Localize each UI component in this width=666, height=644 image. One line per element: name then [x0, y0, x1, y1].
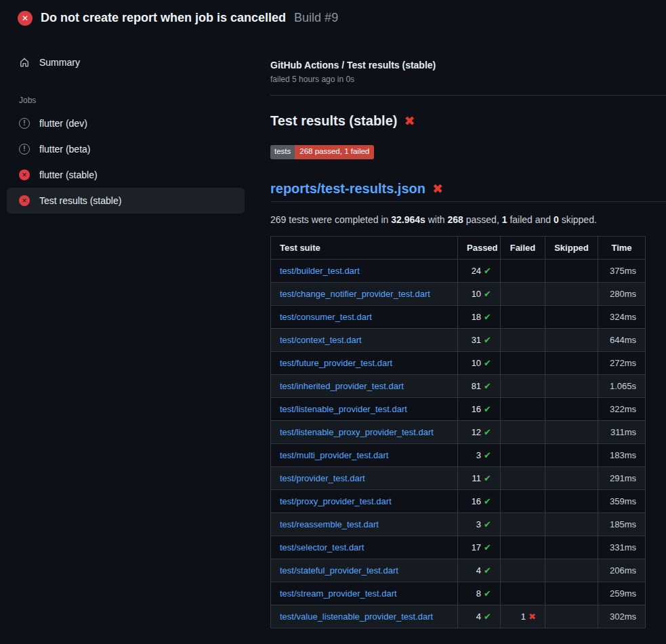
badge-label: tests — [270, 145, 295, 159]
test-suite-link[interactable]: test/consumer_test.dart — [280, 312, 372, 322]
time-cell: 1.065s — [598, 374, 646, 397]
alert-circle-icon: ! — [19, 118, 30, 129]
test-suite-link[interactable]: test/listenable_proxy_provider_test.dart — [280, 427, 434, 437]
passed-count: 4 — [476, 611, 481, 622]
check-icon: ✔ — [484, 266, 491, 276]
table-row: test/builder_test.dart24✔375ms — [271, 259, 646, 282]
skipped-cell — [545, 351, 598, 374]
summary-part: with — [425, 214, 448, 225]
test-suite-link[interactable]: test/listenable_provider_test.dart — [280, 404, 407, 414]
failed-cell — [501, 466, 545, 489]
passed-count: 4 — [476, 565, 481, 576]
passed-cell: 31✔ — [458, 328, 501, 351]
test-suite-link[interactable]: test/context_test.dart — [280, 335, 362, 345]
passed-cell: 17✔ — [458, 536, 501, 559]
suite-cell: test/change_notifier_provider_test.dart — [271, 282, 458, 305]
failed-cell — [501, 443, 545, 466]
column-header: Test suite — [271, 236, 458, 259]
check-icon: ✔ — [484, 611, 491, 622]
sidebar-item-job[interactable]: ✕flutter (stable) — [7, 162, 245, 188]
table-row: test/provider_test.dart11✔291ms — [271, 466, 646, 489]
failed-cell: 1✖ — [501, 605, 545, 628]
table-row: test/future_provider_test.dart10✔272ms — [271, 351, 646, 374]
skipped-cell — [545, 374, 598, 397]
test-suite-link[interactable]: test/selector_test.dart — [280, 542, 364, 552]
section-title-text: Test results (stable) — [270, 113, 397, 129]
check-icon: ✔ — [484, 496, 491, 506]
table-row: test/context_test.dart31✔644ms — [271, 328, 646, 351]
suite-cell: test/stream_provider_test.dart — [271, 582, 458, 605]
divider — [270, 95, 666, 96]
sidebar-item-job[interactable]: ✕Test results (stable) — [7, 188, 245, 214]
time-cell: 311ms — [598, 420, 646, 443]
passed-count: 11 — [472, 473, 482, 483]
skipped-cell — [545, 259, 598, 282]
badge-row: tests 268 passed, 1 failed — [270, 145, 666, 159]
time-cell: 322ms — [598, 397, 646, 420]
passed-count: 8 — [476, 588, 481, 599]
alert-circle-icon: ! — [19, 144, 30, 155]
passed-count: 12 — [472, 427, 481, 437]
time-cell: 375ms — [598, 259, 646, 282]
run-status-line: failed 5 hours ago in 0s — [270, 75, 666, 84]
time-cell: 280ms — [598, 282, 646, 305]
test-suite-link[interactable]: test/provider_test.dart — [280, 473, 365, 483]
failed-cell — [501, 489, 545, 512]
summary-skipped-count: 0 — [554, 214, 559, 225]
report-link[interactable]: reports/test-results.json — [270, 181, 425, 197]
check-icon: ✔ — [484, 427, 491, 437]
skipped-cell — [545, 328, 598, 351]
results-table: Test suitePassedFailedSkippedTime test/b… — [270, 236, 646, 628]
breadcrumb: GitHub Actions / Test results (stable) — [270, 60, 666, 71]
skipped-cell — [545, 605, 598, 628]
failed-cell — [501, 351, 545, 374]
test-suite-link[interactable]: test/stateful_provider_test.dart — [280, 565, 398, 576]
passed-count: 31 — [472, 335, 481, 345]
passed-count: 18 — [472, 312, 481, 322]
column-header: Failed — [501, 236, 545, 259]
summary-part: failed and — [507, 214, 554, 225]
test-suite-link[interactable]: test/value_listenable_provider_test.dart — [280, 611, 433, 622]
skipped-cell — [545, 443, 598, 466]
time-cell: 272ms — [598, 351, 646, 374]
test-suite-link[interactable]: test/inherited_provider_test.dart — [280, 381, 404, 391]
time-cell: 183ms — [598, 443, 646, 466]
skipped-cell — [545, 420, 598, 443]
check-icon: ✔ — [484, 358, 491, 368]
time-cell: 206ms — [598, 559, 646, 582]
job-label: Test results (stable) — [39, 195, 121, 206]
test-suite-link[interactable]: test/builder_test.dart — [280, 266, 360, 276]
check-icon: ✔ — [484, 404, 491, 414]
failed-cell — [501, 282, 545, 305]
passed-cell: 81✔ — [458, 374, 501, 397]
column-header: Skipped — [545, 236, 598, 259]
suite-cell: test/consumer_test.dart — [271, 305, 458, 328]
failed-cell — [501, 559, 545, 582]
sidebar-item-job[interactable]: !flutter (dev) — [7, 110, 245, 136]
test-suite-link[interactable]: test/change_notifier_provider_test.dart — [280, 289, 430, 299]
tests-summary: 269 tests were completed in 32.964s with… — [270, 214, 666, 225]
test-suite-link[interactable]: test/reassemble_test.dart — [280, 519, 379, 529]
suite-cell: test/value_listenable_provider_test.dart — [271, 605, 458, 628]
passed-count: 17 — [472, 542, 481, 552]
test-suite-link[interactable]: test/future_provider_test.dart — [280, 358, 392, 368]
check-icon: ✔ — [484, 542, 491, 552]
test-suite-link[interactable]: test/proxy_provider_test.dart — [280, 496, 392, 506]
sidebar-summary-label: Summary — [39, 57, 80, 68]
table-row: test/proxy_provider_test.dart16✔359ms — [271, 489, 646, 512]
column-header: Passed — [458, 236, 501, 259]
suite-cell: test/proxy_provider_test.dart — [271, 489, 458, 512]
main-content: GitHub Actions / Test results (stable) f… — [251, 35, 666, 628]
time-cell: 291ms — [598, 466, 646, 489]
failed-cross-icon: ✖ — [432, 182, 443, 195]
sidebar-item-summary[interactable]: Summary — [7, 49, 245, 75]
failed-cell — [501, 305, 545, 328]
check-icon: ✔ — [484, 381, 491, 391]
test-suite-link[interactable]: test/stream_provider_test.dart — [280, 588, 397, 599]
sidebar-item-job[interactable]: !flutter (beta) — [7, 136, 245, 162]
home-icon — [19, 57, 30, 68]
passed-cell: 16✔ — [458, 489, 501, 512]
test-suite-link[interactable]: test/multi_provider_test.dart — [280, 450, 388, 460]
check-icon: ✔ — [484, 312, 491, 322]
passed-cell: 16✔ — [458, 397, 501, 420]
